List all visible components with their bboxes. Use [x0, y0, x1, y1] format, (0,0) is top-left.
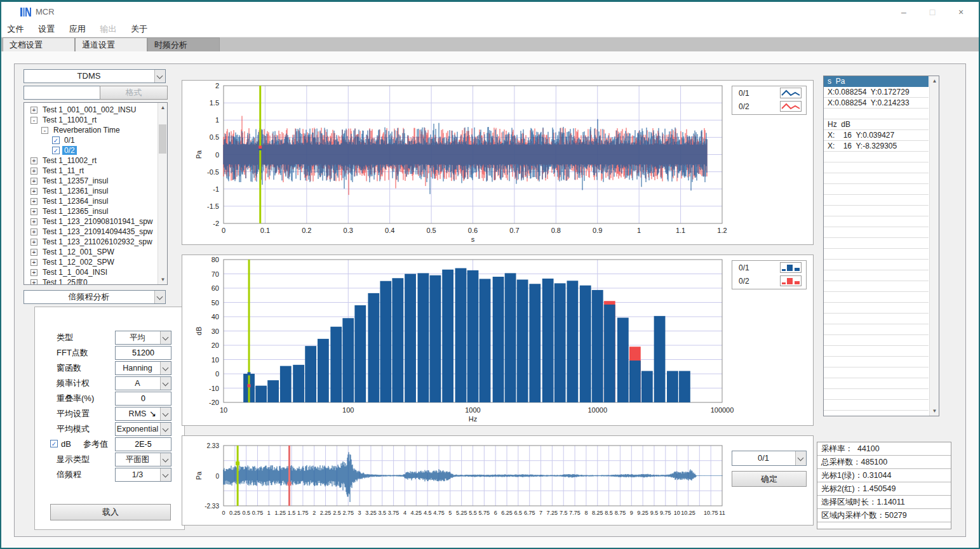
legend-entry-0-2[interactable]: 0/2 [732, 100, 806, 113]
expand-plus-icon[interactable]: + [30, 249, 37, 256]
time-waveform-legend[interactable]: 0/10/2 [732, 86, 807, 115]
readout-row[interactable] [824, 335, 929, 346]
频率计权-select[interactable]: A [115, 376, 171, 390]
tree-item[interactable]: +Test 1_12357_insul [24, 176, 157, 186]
readout-row[interactable] [824, 314, 929, 324]
tree-item[interactable]: +Test 1_1_004_INSI [24, 267, 157, 277]
tab-time-frequency-analysis[interactable]: 时频分析 [147, 37, 220, 51]
readout-row[interactable] [824, 238, 929, 249]
scrollbar-thumb[interactable] [159, 124, 166, 154]
readout-row[interactable] [824, 270, 929, 281]
expand-plus-icon[interactable]: + [30, 107, 37, 114]
readout-row[interactable] [824, 292, 929, 303]
显示类型-select[interactable]: 平面图 [115, 453, 171, 466]
readout-row[interactable] [824, 303, 929, 314]
tree-item[interactable]: ✓0/2 [24, 145, 157, 155]
readout-row[interactable] [824, 346, 929, 357]
readout-row[interactable] [824, 162, 929, 173]
filter-input[interactable] [23, 86, 100, 100]
expand-plus-icon[interactable]: + [30, 259, 37, 266]
scroll-down-icon[interactable]: ▼ [158, 275, 168, 284]
cursor-readout-list[interactable]: s PaX:0.088254 Y:0.172729X:0.088254 Y:0.… [823, 76, 939, 416]
平均模式-select[interactable]: Exponential [115, 422, 171, 436]
tree-item[interactable]: +Test 1_12_001_SPW [24, 247, 157, 257]
readout-row[interactable] [824, 378, 929, 389]
collapse-minus-icon[interactable]: - [41, 127, 48, 134]
menu-settings[interactable]: 设置 [32, 22, 61, 37]
readout-row[interactable] [824, 281, 929, 292]
readout-row[interactable] [824, 152, 929, 162]
readout-row[interactable] [824, 109, 929, 119]
expand-plus-icon[interactable]: + [30, 228, 37, 235]
tree-item[interactable]: +Test 1_12364_insul [24, 196, 157, 206]
readout-row[interactable]: X:0.088254 Y:0.214233 [824, 98, 929, 109]
readout-row[interactable]: X: 16 Y:-8.329305 [824, 141, 929, 152]
time-waveform-chart[interactable]: 21.510.50-0.5-1-1.5-200.10.20.30.40.50.6… [182, 81, 814, 246]
expand-plus-icon[interactable]: + [30, 157, 37, 164]
tree-item[interactable]: +Test 1_12365_insul [24, 206, 157, 216]
窗函数-select[interactable]: Hanning [115, 361, 171, 375]
参考值-input[interactable] [115, 437, 171, 451]
expand-plus-icon[interactable]: + [30, 168, 37, 175]
readout-row[interactable] [824, 367, 929, 378]
平均设置-select[interactable]: RMS [115, 407, 171, 421]
minimize-button[interactable]: – [891, 4, 916, 20]
expand-plus-icon[interactable]: + [30, 269, 37, 276]
maximize-button[interactable]: □ [920, 4, 945, 20]
legend-entry-0-1[interactable]: 0/1 [732, 261, 806, 274]
tree-item[interactable]: +Test 1_12361_insul [24, 186, 157, 196]
collapse-minus-icon[interactable]: - [30, 117, 37, 124]
expand-plus-icon[interactable]: + [30, 239, 37, 246]
load-button[interactable]: 载入 [50, 504, 171, 520]
expand-plus-icon[interactable]: + [30, 208, 37, 215]
readout-row[interactable] [824, 216, 929, 227]
expand-plus-icon[interactable]: + [30, 198, 37, 205]
readout-row[interactable] [824, 173, 929, 184]
readout-row[interactable]: Hz dB [824, 119, 929, 130]
readout-row[interactable] [824, 249, 929, 260]
scroll-up-icon[interactable]: ▲ [158, 103, 168, 112]
overview-waveform-chart[interactable]: 2.330-2.3300.250.50.7511.251.51.7522.252… [182, 436, 814, 526]
类型-select[interactable]: 平均 [115, 331, 171, 345]
spectrum-legend[interactable]: 0/10/2 [732, 260, 807, 289]
tab-document-settings[interactable]: 文档设置 [3, 37, 75, 51]
legend-entry-0-1[interactable]: 0/1 [732, 86, 806, 100]
readout-row[interactable] [824, 389, 929, 400]
tree-item[interactable]: -Test 1_11001_rt [24, 115, 157, 125]
tree-item[interactable]: +Test 1_12_002_SPW [24, 257, 157, 267]
expand-plus-icon[interactable]: + [30, 178, 37, 185]
menu-about[interactable]: 关于 [125, 22, 154, 37]
倍频程-select[interactable]: 1/3 [115, 468, 171, 482]
db-checkbox[interactable]: ✓ [50, 440, 58, 447]
file-tree[interactable]: +Test 1_001_001_002_INSU-Test 1_11001_rt… [23, 102, 168, 285]
menu-file[interactable]: 文件 [1, 22, 30, 37]
close-button[interactable]: × [948, 4, 974, 20]
expand-plus-icon[interactable]: + [30, 218, 37, 225]
menu-apply[interactable]: 应用 [63, 22, 91, 37]
readout-row[interactable] [824, 260, 929, 270]
expand-plus-icon[interactable]: + [30, 279, 37, 286]
tree-scrollbar[interactable]: ▲ ▼ [158, 103, 167, 284]
tree-item[interactable]: +Test 1_123_211026102932_spw [24, 237, 157, 247]
checkbox[interactable]: ✓ [52, 147, 60, 154]
readout-row[interactable] [824, 357, 929, 367]
readout-row[interactable] [824, 400, 929, 411]
file-format-select[interactable]: TDMS [23, 69, 166, 83]
tree-item[interactable]: +Test 1_25度0 [24, 277, 157, 285]
readout-row[interactable]: X:0.088254 Y:0.172729 [824, 87, 929, 98]
readout-row[interactable] [824, 195, 929, 206]
channel-select[interactable]: 0/1 [732, 451, 807, 466]
tree-item[interactable]: +Test 1_11_rt [24, 166, 157, 176]
readout-row[interactable] [824, 227, 929, 238]
checkbox[interactable]: ✓ [52, 136, 60, 144]
readout-header[interactable]: s Pa [824, 76, 929, 87]
analysis-type-select[interactable]: 倍频程分析 [23, 290, 166, 304]
tree-item[interactable]: +Test 1_123_210908101941_spw [24, 216, 157, 227]
readout-row[interactable] [824, 324, 929, 335]
tree-item[interactable]: ✓0/1 [24, 135, 157, 145]
tree-item[interactable]: +Test 1_11002_rt [24, 155, 157, 166]
readout-row[interactable] [824, 184, 929, 195]
tree-item[interactable]: +Test 1_123_210914094435_spw [24, 227, 157, 237]
scroll-up-icon[interactable]: ▲ [930, 76, 939, 86]
expand-plus-icon[interactable]: + [30, 188, 37, 195]
